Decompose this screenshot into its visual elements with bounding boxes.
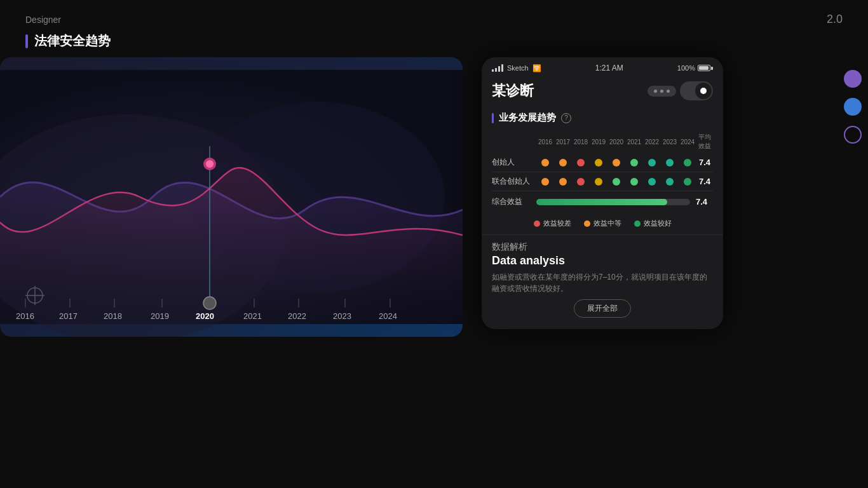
svg-text:2017: 2017: [59, 311, 78, 321]
year-2023: 2023: [661, 139, 679, 146]
title-accent-bar: [25, 34, 28, 48]
phone-frame: Sketch 🛜 1:21 AM 100% 某诊断: [482, 57, 723, 329]
row-avg-founder: 7.4: [696, 158, 713, 167]
year-headers: 2016 2017 2018 2019 2020 2021 2022 2023 …: [536, 139, 696, 146]
row-label-founder: 创始人: [492, 157, 536, 168]
dot-cells-founder: [536, 159, 696, 166]
year-2016: 2016: [536, 139, 554, 146]
designer-label: Designer: [25, 15, 61, 25]
dot-cells-cofounder: [536, 178, 696, 186]
battery-percent: 100%: [677, 64, 695, 72]
svg-text:2021: 2021: [243, 311, 262, 321]
progress-label: 综合效益: [492, 196, 536, 207]
status-left: Sketch 🛜: [492, 64, 541, 72]
year-2022: 2022: [643, 139, 661, 146]
main-content: 2016 2017 2018 2019 2020 2021 2022 2023 …: [0, 57, 868, 337]
legend-row: 效益较差 效益中等 效益较好: [482, 212, 723, 234]
legend-dot-poor: [534, 220, 540, 227]
svg-text:2019: 2019: [151, 311, 169, 321]
legend-good: 效益较好: [634, 219, 672, 228]
svg-point-5: [206, 160, 214, 168]
svg-text:2020: 2020: [196, 311, 214, 321]
legend-poor: 效益较差: [534, 219, 571, 228]
ctrl-dot-1: [654, 90, 657, 93]
year-2019: 2019: [590, 139, 607, 146]
avg-header: 平均效益: [696, 133, 713, 151]
phone-controls: [648, 81, 713, 100]
section-bar: [492, 113, 494, 123]
legend-dot-medium: [584, 220, 590, 227]
year-2020: 2020: [607, 139, 625, 146]
phone-title: 某诊断: [492, 81, 534, 100]
side-dot-outline[interactable]: [844, 126, 862, 144]
row-label-cofounder: 联合创始人: [492, 176, 536, 187]
phone-panel: Sketch 🛜 1:21 AM 100% 某诊断: [482, 57, 729, 337]
svg-text:2024: 2024: [379, 311, 397, 321]
svg-text:2023: 2023: [333, 311, 351, 321]
svg-text:2022: 2022: [288, 311, 306, 321]
year-2018: 2018: [572, 139, 590, 146]
toggle-button[interactable]: [680, 81, 713, 100]
legend-label-poor: 效益较差: [543, 219, 571, 228]
status-right: 100%: [677, 64, 713, 72]
control-dots-btn[interactable]: [648, 86, 676, 97]
carrier-label: Sketch: [507, 64, 529, 72]
analysis-section: 数据解析 Data analysis 如融资或营收在某年度的得分为7–10分，就…: [482, 234, 723, 329]
expand-button[interactable]: 展开全部: [574, 299, 631, 318]
side-dots: [844, 70, 862, 144]
ctrl-dot-2: [660, 90, 663, 93]
side-dot-purple[interactable]: [844, 70, 862, 88]
year-2017: 2017: [554, 139, 572, 146]
section-title: 业务发展趋势: [499, 112, 556, 124]
battery-icon: [698, 65, 713, 71]
section-title-wrap: 业务发展趋势 ?: [482, 107, 723, 130]
legend-label-good: 效益较好: [644, 219, 672, 228]
signal-bars: [492, 64, 503, 72]
svg-point-10: [203, 297, 216, 309]
table-row-founder: 创始人 7.4: [492, 153, 713, 172]
analysis-text: 如融资或营收在某年度的得分为7–10分，就说明项目在该年度的融资或营收情况较好。: [492, 271, 713, 294]
legend-label-medium: 效益中等: [593, 219, 621, 228]
version-label: 2.0: [827, 13, 843, 26]
analysis-title-en: Data analysis: [492, 254, 713, 268]
header: Designer 2.0: [0, 0, 868, 32]
progress-avg: 7.4: [690, 197, 713, 207]
toggle-thumb: [695, 83, 712, 99]
analysis-title-cn: 数据解析: [492, 241, 713, 253]
page-title: 法律安全趋势: [34, 32, 111, 50]
toggle-inner-dot: [700, 88, 707, 94]
legend-dot-good: [634, 220, 641, 227]
help-icon[interactable]: ?: [561, 113, 571, 123]
table-header-row: 2016 2017 2018 2019 2020 2021 2022 2023 …: [492, 130, 713, 153]
row-avg-cofounder: 7.4: [696, 177, 713, 186]
chart-panel: 2016 2017 2018 2019 2020 2021 2022 2023 …: [0, 57, 463, 337]
svg-text:2018: 2018: [104, 311, 122, 321]
progress-bar-fill: [536, 199, 667, 205]
table-row-cofounder: 联合创始人 7.4: [492, 172, 713, 191]
ctrl-dot-3: [667, 90, 670, 93]
legend-medium: 效益中等: [584, 219, 621, 228]
page-title-wrap: 法律安全趋势: [0, 32, 868, 57]
wave-chart: 2016 2017 2018 2019 2020 2021 2022 2023 …: [0, 57, 463, 337]
status-time: 1:21 AM: [595, 64, 623, 72]
wifi-icon: 🛜: [532, 64, 541, 72]
progress-row: 综合效益 7.4: [492, 191, 713, 212]
svg-text:2016: 2016: [16, 311, 34, 321]
year-2021: 2021: [625, 139, 643, 146]
data-table: 2016 2017 2018 2019 2020 2021 2022 2023 …: [482, 130, 723, 212]
status-bar: Sketch 🛜 1:21 AM 100%: [482, 57, 723, 76]
side-dot-blue[interactable]: [844, 98, 862, 116]
progress-bar-wrap: [536, 199, 690, 205]
phone-header: 某诊断: [482, 76, 723, 107]
year-2024: 2024: [679, 139, 696, 146]
